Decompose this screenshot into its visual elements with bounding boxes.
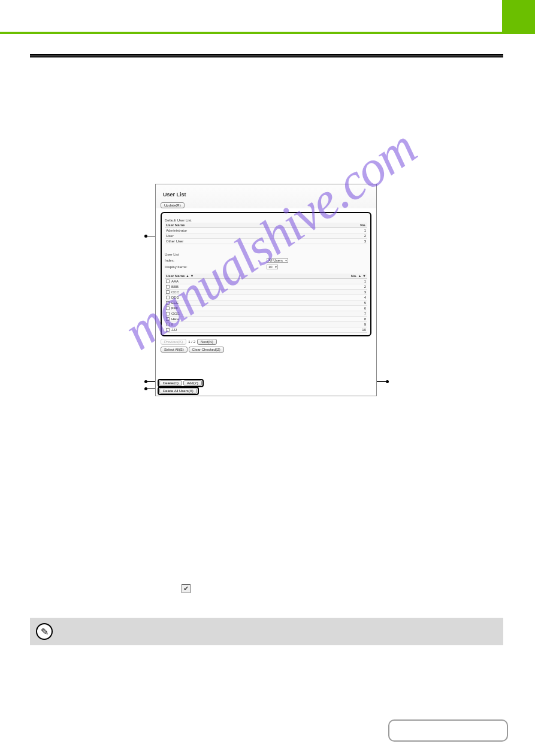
list-row[interactable]: II9	[165, 322, 367, 327]
cell-name: FFF	[171, 306, 178, 310]
list-row[interactable]: BBB2	[165, 284, 367, 290]
cell-no: 1	[364, 229, 366, 232]
contents-button[interactable]	[388, 719, 508, 742]
header-tab	[502, 0, 535, 32]
cell-no: 9	[364, 323, 366, 326]
row-checkbox[interactable]	[166, 312, 170, 315]
cell-no: 3	[364, 239, 366, 243]
default-row[interactable]: User 2	[165, 233, 367, 239]
cell-name: II	[171, 323, 173, 326]
cell-name: User	[166, 234, 174, 238]
section-rule	[30, 54, 503, 57]
list-row[interactable]: FFF6	[165, 306, 367, 311]
next-button[interactable]: Next(N)	[197, 339, 217, 345]
cell-no: 4	[364, 296, 366, 299]
display-items-select[interactable]: 10	[267, 265, 278, 269]
index-select[interactable]: All Users	[267, 258, 288, 263]
cell-name: EEE	[171, 301, 179, 305]
cell-no: 8	[364, 317, 366, 321]
row-checkbox[interactable]	[166, 290, 170, 294]
cell-name: AAA	[171, 280, 179, 283]
cell-name: BBB	[171, 285, 179, 289]
cell-no: 5	[364, 301, 366, 305]
row-checkbox[interactable]	[166, 280, 170, 283]
page-indicator: 1 / 2	[188, 340, 195, 344]
cell-no: 7	[364, 312, 366, 315]
lists-section: Default User List User Name No. Administ…	[161, 212, 371, 336]
cell-name: Other User	[166, 239, 183, 243]
previous-button[interactable]: Previous(K)	[161, 339, 186, 345]
list-row[interactable]: AAA1	[165, 279, 367, 284]
cell-name: HHH	[171, 317, 179, 321]
panel-title: User List	[161, 189, 371, 202]
userlist-header-row: User Name ▲ ▼ No. ▲ ▼	[165, 274, 367, 279]
update-button[interactable]: Update(R)	[161, 202, 185, 208]
cell-no: 3	[364, 290, 366, 294]
delete-all-button[interactable]: Delete All Users(X)	[159, 388, 197, 394]
display-items-label: Display Items:	[165, 265, 267, 269]
checkmark-icon: ✔	[182, 584, 191, 593]
list-row[interactable]: CCC3	[165, 290, 367, 295]
cell-no: 2	[364, 285, 366, 289]
default-row[interactable]: Other User 3	[165, 239, 367, 244]
index-label: Index:	[165, 259, 267, 262]
cell-name: JJJ	[171, 328, 177, 332]
default-header-row: User Name No.	[165, 223, 367, 228]
cell-name: DDD	[171, 296, 179, 299]
pencil-icon: ✎	[36, 623, 53, 640]
list-row[interactable]: EEE5	[165, 300, 367, 306]
cell-no: 1	[364, 280, 366, 283]
row-checkbox[interactable]	[166, 323, 170, 326]
row-checkbox[interactable]	[166, 328, 170, 332]
select-all-button[interactable]: Select All(S)	[161, 347, 188, 353]
list-row[interactable]: JJJ10	[165, 327, 367, 333]
sort-user[interactable]: User Name ▲ ▼	[166, 274, 194, 278]
list-row[interactable]: GGG7	[165, 311, 367, 317]
row-checkbox[interactable]	[166, 296, 170, 299]
callout-bullet-b2	[386, 380, 389, 383]
list-row[interactable]: DDD4	[165, 295, 367, 300]
row-checkbox[interactable]	[166, 285, 170, 289]
cell-no: 10	[362, 328, 366, 332]
row-checkbox[interactable]	[166, 306, 170, 310]
cell-name: CCC	[171, 290, 179, 294]
user-list-header: User List	[165, 253, 367, 256]
sort-no[interactable]: No. ▲ ▼	[351, 274, 366, 278]
cell-name: GGG	[171, 312, 180, 315]
list-row[interactable]: HHH8	[165, 317, 367, 322]
clear-checked-button[interactable]: Clear Checked(Z)	[189, 347, 224, 353]
add-button[interactable]: Add(Y)	[183, 380, 202, 386]
default-row[interactable]: Administrator 1	[165, 228, 367, 233]
header-line	[0, 32, 535, 34]
default-list-header: Default User List	[165, 218, 367, 222]
cell-no: 2	[364, 234, 366, 238]
row-checkbox[interactable]	[166, 317, 170, 321]
cell-name: Administrator	[166, 229, 187, 232]
cell-no: 6	[364, 306, 366, 310]
row-checkbox[interactable]	[166, 301, 170, 305]
col-user: User Name	[166, 223, 185, 227]
user-list-panel: User List Update(R) Default User List Us…	[155, 184, 377, 396]
note-bar: ✎	[30, 618, 503, 645]
delete-button[interactable]: Delete(O)	[159, 380, 182, 386]
col-no: No.	[360, 223, 366, 227]
